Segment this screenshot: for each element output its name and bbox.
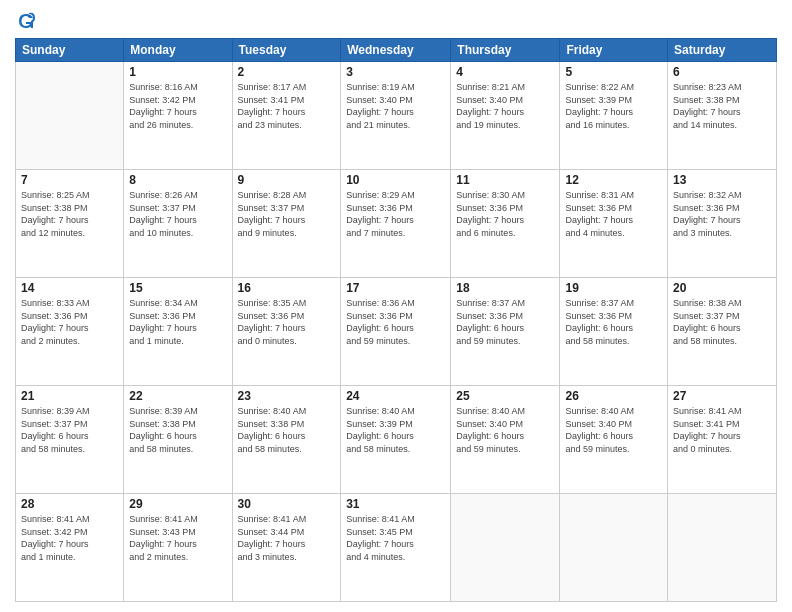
calendar-day-header: Thursday — [451, 39, 560, 62]
day-info: Sunrise: 8:38 AM Sunset: 3:37 PM Dayligh… — [673, 297, 771, 347]
page-header — [15, 10, 777, 32]
calendar-week-row: 28Sunrise: 8:41 AM Sunset: 3:42 PM Dayli… — [16, 494, 777, 602]
calendar-day-header: Friday — [560, 39, 668, 62]
day-number: 9 — [238, 173, 336, 187]
day-number: 6 — [673, 65, 771, 79]
calendar-cell — [16, 62, 124, 170]
calendar-cell: 1Sunrise: 8:16 AM Sunset: 3:42 PM Daylig… — [124, 62, 232, 170]
day-info: Sunrise: 8:41 AM Sunset: 3:41 PM Dayligh… — [673, 405, 771, 455]
calendar-table: SundayMondayTuesdayWednesdayThursdayFrid… — [15, 38, 777, 602]
calendar-cell: 21Sunrise: 8:39 AM Sunset: 3:37 PM Dayli… — [16, 386, 124, 494]
calendar-day-header: Saturday — [668, 39, 777, 62]
day-info: Sunrise: 8:39 AM Sunset: 3:37 PM Dayligh… — [21, 405, 118, 455]
day-info: Sunrise: 8:41 AM Sunset: 3:44 PM Dayligh… — [238, 513, 336, 563]
day-info: Sunrise: 8:21 AM Sunset: 3:40 PM Dayligh… — [456, 81, 554, 131]
calendar-cell: 26Sunrise: 8:40 AM Sunset: 3:40 PM Dayli… — [560, 386, 668, 494]
day-info: Sunrise: 8:37 AM Sunset: 3:36 PM Dayligh… — [456, 297, 554, 347]
calendar-cell: 30Sunrise: 8:41 AM Sunset: 3:44 PM Dayli… — [232, 494, 341, 602]
day-info: Sunrise: 8:25 AM Sunset: 3:38 PM Dayligh… — [21, 189, 118, 239]
calendar-week-row: 1Sunrise: 8:16 AM Sunset: 3:42 PM Daylig… — [16, 62, 777, 170]
day-info: Sunrise: 8:28 AM Sunset: 3:37 PM Dayligh… — [238, 189, 336, 239]
day-number: 3 — [346, 65, 445, 79]
day-number: 14 — [21, 281, 118, 295]
calendar-week-row: 7Sunrise: 8:25 AM Sunset: 3:38 PM Daylig… — [16, 170, 777, 278]
day-info: Sunrise: 8:30 AM Sunset: 3:36 PM Dayligh… — [456, 189, 554, 239]
calendar-cell: 25Sunrise: 8:40 AM Sunset: 3:40 PM Dayli… — [451, 386, 560, 494]
day-number: 13 — [673, 173, 771, 187]
calendar-day-header: Monday — [124, 39, 232, 62]
calendar-header-row: SundayMondayTuesdayWednesdayThursdayFrid… — [16, 39, 777, 62]
calendar-cell: 3Sunrise: 8:19 AM Sunset: 3:40 PM Daylig… — [341, 62, 451, 170]
day-number: 12 — [565, 173, 662, 187]
calendar-cell: 6Sunrise: 8:23 AM Sunset: 3:38 PM Daylig… — [668, 62, 777, 170]
calendar-cell: 14Sunrise: 8:33 AM Sunset: 3:36 PM Dayli… — [16, 278, 124, 386]
day-info: Sunrise: 8:36 AM Sunset: 3:36 PM Dayligh… — [346, 297, 445, 347]
day-info: Sunrise: 8:41 AM Sunset: 3:45 PM Dayligh… — [346, 513, 445, 563]
calendar-cell: 20Sunrise: 8:38 AM Sunset: 3:37 PM Dayli… — [668, 278, 777, 386]
day-info: Sunrise: 8:26 AM Sunset: 3:37 PM Dayligh… — [129, 189, 226, 239]
calendar-day-header: Wednesday — [341, 39, 451, 62]
calendar-cell: 4Sunrise: 8:21 AM Sunset: 3:40 PM Daylig… — [451, 62, 560, 170]
day-info: Sunrise: 8:40 AM Sunset: 3:40 PM Dayligh… — [565, 405, 662, 455]
day-number: 16 — [238, 281, 336, 295]
day-info: Sunrise: 8:40 AM Sunset: 3:39 PM Dayligh… — [346, 405, 445, 455]
day-info: Sunrise: 8:16 AM Sunset: 3:42 PM Dayligh… — [129, 81, 226, 131]
calendar-cell: 23Sunrise: 8:40 AM Sunset: 3:38 PM Dayli… — [232, 386, 341, 494]
day-number: 21 — [21, 389, 118, 403]
day-number: 7 — [21, 173, 118, 187]
day-number: 28 — [21, 497, 118, 511]
calendar-cell: 12Sunrise: 8:31 AM Sunset: 3:36 PM Dayli… — [560, 170, 668, 278]
calendar-cell: 10Sunrise: 8:29 AM Sunset: 3:36 PM Dayli… — [341, 170, 451, 278]
day-number: 26 — [565, 389, 662, 403]
calendar-cell: 31Sunrise: 8:41 AM Sunset: 3:45 PM Dayli… — [341, 494, 451, 602]
day-number: 2 — [238, 65, 336, 79]
calendar-week-row: 14Sunrise: 8:33 AM Sunset: 3:36 PM Dayli… — [16, 278, 777, 386]
day-info: Sunrise: 8:31 AM Sunset: 3:36 PM Dayligh… — [565, 189, 662, 239]
calendar-cell — [451, 494, 560, 602]
day-info: Sunrise: 8:40 AM Sunset: 3:38 PM Dayligh… — [238, 405, 336, 455]
calendar-cell: 18Sunrise: 8:37 AM Sunset: 3:36 PM Dayli… — [451, 278, 560, 386]
calendar-cell: 27Sunrise: 8:41 AM Sunset: 3:41 PM Dayli… — [668, 386, 777, 494]
day-info: Sunrise: 8:37 AM Sunset: 3:36 PM Dayligh… — [565, 297, 662, 347]
calendar-cell: 13Sunrise: 8:32 AM Sunset: 3:36 PM Dayli… — [668, 170, 777, 278]
calendar-cell: 2Sunrise: 8:17 AM Sunset: 3:41 PM Daylig… — [232, 62, 341, 170]
day-info: Sunrise: 8:22 AM Sunset: 3:39 PM Dayligh… — [565, 81, 662, 131]
day-number: 19 — [565, 281, 662, 295]
day-info: Sunrise: 8:32 AM Sunset: 3:36 PM Dayligh… — [673, 189, 771, 239]
calendar-cell — [668, 494, 777, 602]
day-number: 20 — [673, 281, 771, 295]
calendar-cell: 29Sunrise: 8:41 AM Sunset: 3:43 PM Dayli… — [124, 494, 232, 602]
calendar-cell: 9Sunrise: 8:28 AM Sunset: 3:37 PM Daylig… — [232, 170, 341, 278]
calendar-cell: 15Sunrise: 8:34 AM Sunset: 3:36 PM Dayli… — [124, 278, 232, 386]
calendar-day-header: Sunday — [16, 39, 124, 62]
day-info: Sunrise: 8:34 AM Sunset: 3:36 PM Dayligh… — [129, 297, 226, 347]
day-number: 24 — [346, 389, 445, 403]
logo-icon — [15, 10, 37, 32]
calendar-week-row: 21Sunrise: 8:39 AM Sunset: 3:37 PM Dayli… — [16, 386, 777, 494]
day-info: Sunrise: 8:41 AM Sunset: 3:42 PM Dayligh… — [21, 513, 118, 563]
logo — [15, 10, 39, 32]
day-number: 25 — [456, 389, 554, 403]
calendar-cell: 5Sunrise: 8:22 AM Sunset: 3:39 PM Daylig… — [560, 62, 668, 170]
calendar-cell — [560, 494, 668, 602]
day-number: 15 — [129, 281, 226, 295]
day-info: Sunrise: 8:35 AM Sunset: 3:36 PM Dayligh… — [238, 297, 336, 347]
day-info: Sunrise: 8:40 AM Sunset: 3:40 PM Dayligh… — [456, 405, 554, 455]
calendar-cell: 19Sunrise: 8:37 AM Sunset: 3:36 PM Dayli… — [560, 278, 668, 386]
day-number: 18 — [456, 281, 554, 295]
calendar-cell: 28Sunrise: 8:41 AM Sunset: 3:42 PM Dayli… — [16, 494, 124, 602]
calendar-cell: 11Sunrise: 8:30 AM Sunset: 3:36 PM Dayli… — [451, 170, 560, 278]
day-number: 1 — [129, 65, 226, 79]
calendar-cell: 17Sunrise: 8:36 AM Sunset: 3:36 PM Dayli… — [341, 278, 451, 386]
day-info: Sunrise: 8:23 AM Sunset: 3:38 PM Dayligh… — [673, 81, 771, 131]
day-number: 8 — [129, 173, 226, 187]
day-number: 23 — [238, 389, 336, 403]
day-info: Sunrise: 8:29 AM Sunset: 3:36 PM Dayligh… — [346, 189, 445, 239]
day-number: 31 — [346, 497, 445, 511]
day-number: 4 — [456, 65, 554, 79]
calendar-cell: 22Sunrise: 8:39 AM Sunset: 3:38 PM Dayli… — [124, 386, 232, 494]
day-info: Sunrise: 8:33 AM Sunset: 3:36 PM Dayligh… — [21, 297, 118, 347]
calendar-cell: 7Sunrise: 8:25 AM Sunset: 3:38 PM Daylig… — [16, 170, 124, 278]
day-number: 22 — [129, 389, 226, 403]
calendar-cell: 8Sunrise: 8:26 AM Sunset: 3:37 PM Daylig… — [124, 170, 232, 278]
